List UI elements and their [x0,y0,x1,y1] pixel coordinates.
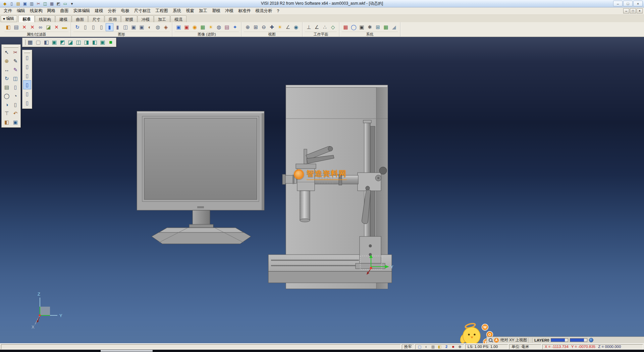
web-globe-icon[interactable]: ◯ [350,23,358,31]
top-view-cube-icon[interactable]: ◪ [66,38,74,46]
titlebar[interactable]: ◆▯▤▣▥✂◫▦◩▭▾ VISI 2018 R2 from Vero Softw… [0,0,644,7]
hidden-line-cylinder-icon[interactable]: ▯ [90,23,97,31]
open-file-icon[interactable]: ▤ [15,1,21,6]
menu-edit[interactable]: 编辑 [14,7,28,14]
draft-view-icon[interactable]: ◫ [122,23,129,31]
circle-tool-icon[interactable]: ◯ [2,91,11,100]
undo-icon[interactable]: ↶ [11,109,20,118]
edit-attributes-icon[interactable]: ◧ [4,23,12,31]
back-view-cube-icon[interactable]: ◧ [91,38,99,46]
tab-wireframe[interactable]: 线架构 [35,15,55,22]
scale-indicator[interactable]: LS: 1.00 PS: 1.00 [465,344,508,349]
menu-dimension[interactable]: 尺寸标注 [132,7,153,14]
save-icon[interactable]: ▣ [22,1,28,6]
menu-help[interactable]: ? [275,8,282,14]
view-orientation-label[interactable]: 绝对 XY 上视图 [500,338,527,343]
compass-icon[interactable]: ◑ [2,100,11,109]
taskbar-item[interactable] [101,350,153,352]
right-view-cube-icon[interactable]: ◫ [74,38,83,46]
workplane-view-icon[interactable]: ◇ [329,23,337,31]
workplane-icon[interactable]: ◩ [55,1,62,6]
clipboard-6-icon[interactable]: ▯ [23,98,31,107]
palette-icon[interactable]: ◧ [2,118,11,126]
maximize-button[interactable]: □ [623,1,633,6]
filter-minus-icon[interactable]: ▬ [61,23,68,31]
trim-scissors-icon[interactable]: ✂ [11,48,20,56]
lock-toggle[interactable]: 拴牢 [402,344,414,349]
tab-modeling[interactable]: 建模 [55,15,71,22]
blank-view-icon[interactable]: ▢ [34,38,42,46]
clipboard-1-icon[interactable]: ▯ [23,53,31,62]
globe-icon[interactable] [589,338,593,342]
shaded-edges-cylinder-icon[interactable]: ▮ [114,23,121,31]
menu-standard-parts[interactable]: 标准件 [236,7,253,14]
menu-surface[interactable]: 曲面 [58,7,71,14]
new-file-icon[interactable]: ▯ [8,1,15,6]
dashed-cylinder-icon[interactable]: ▯ [98,23,105,31]
menu-die[interactable]: 冲模 [223,7,236,14]
solid-box2-icon[interactable]: ▣ [138,23,146,31]
material-sphere-icon[interactable]: ◉ [191,23,199,31]
units-indicator[interactable]: 单位: 毫米 [509,344,541,349]
workplane-xy-icon[interactable]: ⊥ [305,23,313,31]
tab-surface[interactable]: 曲面 [72,15,88,22]
menu-analysis[interactable]: 分析 [106,7,119,14]
app-logo-icon[interactable]: ◆ [2,1,8,6]
cut-icon[interactable]: ✂ [35,1,42,6]
calculator-icon[interactable]: ⊞ [374,23,382,31]
select-grid-icon[interactable]: ▦ [26,38,34,46]
fixture-assembly-model[interactable] [268,85,392,289]
eraser-icon[interactable]: ◪ [45,23,52,31]
mdi-close-button[interactable]: × [637,8,643,13]
arc-tool-icon[interactable]: ◔ [11,91,20,100]
mask-status-icon[interactable]: ◐ [424,344,429,349]
snap-status-icon[interactable]: ⊕ [457,344,463,349]
cad-model-canvas[interactable]: Y Z Y X [0,37,644,343]
close-button[interactable]: × [633,1,643,6]
modify-pencil-icon[interactable]: ✎ [11,65,20,74]
measure-icon[interactable]: ∠ [284,23,292,31]
tab-mold[interactable]: 塑膜 [121,15,137,22]
layers-panel-icon[interactable]: ▤ [2,83,11,91]
menu-window[interactable]: 视窗 [183,7,197,14]
red-cube-icon[interactable]: ■ [450,344,456,349]
tab-die[interactable]: 冲模 [138,15,154,22]
section-icon[interactable]: ◐ [146,23,154,31]
chain-select-icon[interactable]: ∞ [37,23,44,31]
render-monitor-icon[interactable]: ▣ [175,23,182,31]
delete-icon[interactable]: ✕ [20,23,28,31]
qat-dropdown-icon[interactable]: ▾ [69,1,75,6]
render-monitor2-icon[interactable]: ▣ [183,23,191,31]
options-gear-icon[interactable]: ✱ [366,23,374,31]
menu-mesh[interactable]: 网格 [45,7,58,14]
mdi-restore-button[interactable]: □ [630,8,636,13]
viewport-3d[interactable]: Y Z Y X ▦▢◧▣◩◪◫◨◧▣■ ↖✂⊕✎↔✎↻◫▤▯◯◔◑▯ [0,37,644,343]
gallery-icon[interactable]: ◈ [162,23,170,31]
wireframe-cylinder-icon[interactable]: ▯ [82,23,89,31]
move-icon[interactable]: ↔ [2,65,11,74]
page-icon[interactable]: ▯ [11,100,20,109]
sheet-icon[interactable]: ▯ [11,83,20,91]
screen-settings-icon[interactable]: ▣ [358,23,366,31]
zoom-previous-icon[interactable]: ⊖ [260,23,268,31]
minimize-button[interactable]: – [613,1,623,6]
menu-machining[interactable]: 加工 [197,7,210,14]
filter-delete-icon[interactable]: ✕ [53,23,60,31]
viewport-window-icon[interactable]: ◧ [42,38,50,46]
dynamic-view-cube-icon[interactable]: ■ [107,38,115,46]
print-status-icon[interactable]: ▥ [430,344,436,349]
palette-status-icon[interactable]: ◧ [437,344,442,349]
avatar-a-badge[interactable]: A [494,338,499,343]
menu-modeling[interactable]: 建模 [93,7,106,14]
snap-target-icon[interactable]: ⊕ [2,56,11,65]
environment-icon[interactable]: ◍ [215,23,223,31]
clipboard-4-icon[interactable]: ▯ [23,80,31,89]
solid-box-icon[interactable]: ▣ [130,23,138,31]
active-layer-label[interactable]: LAYER0 [534,338,549,342]
mirror-icon[interactable]: ◫ [11,74,20,83]
shaded-cylinder-icon[interactable]: ▮ [106,23,113,31]
mdi-minimize-button[interactable]: – [623,8,629,13]
clipboard-3-icon[interactable]: ▯ [23,71,31,80]
zoom-extents-icon[interactable]: ⊕ [244,23,252,31]
delete-duplicates-icon[interactable]: ✕ [29,23,36,31]
